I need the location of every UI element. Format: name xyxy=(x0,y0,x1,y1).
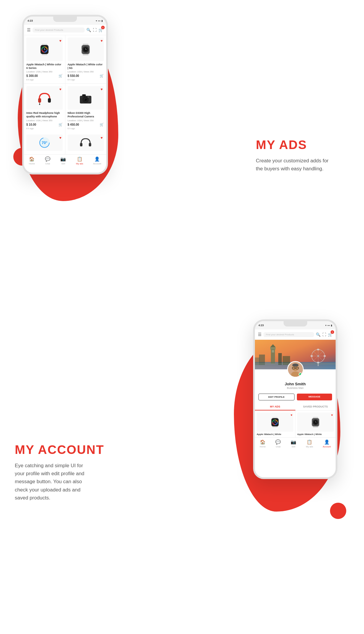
header-icons-2: 🔍 ⛶ 🛒 5 xyxy=(316,332,333,337)
nav-chat-1[interactable]: 💬 Chat xyxy=(45,156,51,165)
product-time-headphone: 6 h ago xyxy=(26,127,63,130)
myads-icon-1: 📋 xyxy=(77,156,82,162)
section-myads: 4:23 ▾ ▪▪▪ ▮ ☰ Find your desired Product… xyxy=(0,0,364,310)
account-info: John Smith Business Man xyxy=(255,380,336,391)
add-cart-watch1[interactable]: 🛒 xyxy=(59,74,63,78)
add-cart-camera[interactable]: 🛒 xyxy=(100,123,104,127)
account-icon-1: 👤 xyxy=(94,156,100,162)
svg-point-65 xyxy=(317,362,319,363)
phone-notch-1: 4:23 ▾ ▪▪▪ ▮ xyxy=(24,17,106,25)
nav-home-label-1: Home xyxy=(29,162,35,165)
mini-card-watch2[interactable]: ♥ xyxy=(295,411,336,437)
heart-icon-watch2[interactable]: ♥ xyxy=(101,39,103,43)
search-placeholder-1: Find your desired Products xyxy=(35,29,63,31)
expand-icon-1[interactable]: ⛶ xyxy=(93,28,97,32)
nav-sell-1[interactable]: 📷 Sell xyxy=(60,156,66,165)
svg-point-74 xyxy=(291,371,300,378)
tab-savedproducts[interactable]: SAVED PRODUCTS xyxy=(295,403,336,410)
svg-rect-41 xyxy=(89,143,91,146)
product-card-headphone[interactable]: ♥ xyxy=(24,84,65,132)
nav-home-2[interactable]: 🏠 Home xyxy=(260,439,266,448)
svg-point-63 xyxy=(317,349,319,350)
product-time-watch2: 6 h ago xyxy=(68,78,104,81)
product-card-thermostat[interactable]: ♥ 70° xyxy=(24,132,65,154)
sell-icon-1: 📷 xyxy=(60,156,66,162)
bottom-nav-1: 🏠 Home 💬 Chat 📷 Sell 📋 My ads xyxy=(24,154,106,166)
add-cart-headphone[interactable]: 🛒 xyxy=(59,123,63,127)
nav-account-2[interactable]: 👤 Account xyxy=(323,439,331,448)
expand-icon-2[interactable]: ⛶ xyxy=(322,332,326,337)
mini-heart-watch2[interactable]: ♥ xyxy=(331,413,333,417)
phone-mockup-2: 4:23 ▾ ▪▪▪ ▮ ☰ Find your desired Product… xyxy=(253,319,337,479)
status-time-1: 4:23 xyxy=(27,19,33,22)
nav-myads-1[interactable]: 📋 My ads xyxy=(76,156,83,165)
product-price-row-watch1: $ 300.00 🛒 xyxy=(26,74,63,78)
search-bar-1[interactable]: Find your desired Products xyxy=(33,28,85,33)
cart-count-2: 5 xyxy=(331,330,334,334)
nav-chat-label-2: Chat xyxy=(276,445,281,448)
nav-myads-label-2: My ads xyxy=(306,445,313,448)
svg-rect-18 xyxy=(81,49,82,50)
bottom-nav-2: 🏠 Home 💬 Chat 📷 Sell 📋 My ads xyxy=(255,437,336,449)
product-price-watch2: $ 550.00 xyxy=(68,74,79,77)
product-price-row-watch2: $ 550.00 🛒 xyxy=(68,74,104,78)
nav-myads-2[interactable]: 📋 My ads xyxy=(306,439,313,448)
heart-icon-headphone[interactable]: ♥ xyxy=(59,87,61,91)
svg-text:70°: 70° xyxy=(42,141,47,145)
nav-sell-2[interactable]: 📷 Sell xyxy=(291,439,296,448)
search-icon-1[interactable]: 🔍 xyxy=(86,28,91,32)
product-price-watch1: $ 300.00 xyxy=(26,74,38,77)
menu-icon-1[interactable]: ☰ xyxy=(27,28,31,32)
product-price-camera: $ 450.00 xyxy=(68,123,79,126)
battery-icon-2: ▮ xyxy=(331,324,332,327)
wifi-icon: ▾ xyxy=(96,20,97,22)
product-location-headphone: Location: USA | Views 350 xyxy=(26,119,63,122)
product-image-watch1: ♥ xyxy=(26,38,63,61)
svg-rect-40 xyxy=(80,143,82,146)
phone-notch-2: 4:23 ▾ ▪▪▪ ▮ xyxy=(255,321,336,329)
mini-card-watch1[interactable]: ♥ xyxy=(255,411,295,437)
signal-icon-2: ▪▪▪ xyxy=(327,324,330,327)
phone-mockup-1: 4:23 ▾ ▪▪▪ ▮ ☰ Find your desired Product… xyxy=(22,15,108,174)
cart-badge-1[interactable]: 🛒 5 xyxy=(98,27,103,33)
status-icons-2: ▾ ▪▪▪ ▮ xyxy=(325,324,332,327)
home-icon-1: 🏠 xyxy=(29,156,35,162)
nav-chat-2[interactable]: 💬 Chat xyxy=(275,439,281,448)
headphone2-illustration xyxy=(79,136,92,149)
product-card-watch1[interactable]: ♥ xyxy=(24,35,65,83)
product-card-headphone2[interactable]: ♥ xyxy=(65,132,106,154)
product-grid-1: ♥ xyxy=(24,35,106,132)
product-location-watch2: Location: USA | Views 350 xyxy=(68,70,104,73)
product-card-watch2[interactable]: ♥ xyxy=(65,35,106,83)
section1-text-block: MY ADS Create your customized adds forth… xyxy=(256,138,329,173)
wifi-icon-2: ▾ xyxy=(325,324,326,327)
heart-icon-camera[interactable]: ♥ xyxy=(101,87,103,91)
edit-profile-button[interactable]: EDIT PROFILE xyxy=(258,394,295,400)
tab-myads[interactable]: MY ADS xyxy=(255,403,295,410)
heart-icon-headphone2[interactable]: ♥ xyxy=(101,136,103,140)
message-button[interactable]: MESSAGE xyxy=(297,394,332,400)
menu-icon-2[interactable]: ☰ xyxy=(258,332,262,337)
product-image-watch2: ♥ xyxy=(68,38,104,61)
add-cart-watch2[interactable]: 🛒 xyxy=(100,74,104,78)
nav-home-1[interactable]: 🏠 Home xyxy=(29,156,35,165)
product-image-camera: ♥ xyxy=(68,86,104,110)
nav-account-1[interactable]: 👤 Account xyxy=(93,156,101,165)
nav-sell-label-1: Sell xyxy=(62,162,65,165)
product-image-thermostat: ♥ 70° xyxy=(26,135,63,151)
phone-frame-2: 4:23 ▾ ▪▪▪ ▮ ☰ Find your desired Product… xyxy=(253,319,337,479)
product-time-watch1: 6 h ago xyxy=(26,78,63,81)
product-image-headphone: ♥ xyxy=(26,86,63,110)
svg-rect-45 xyxy=(270,347,276,350)
sell-icon-2: 📷 xyxy=(291,439,296,445)
search-icon-2[interactable]: 🔍 xyxy=(316,332,321,337)
cart-badge-2[interactable]: 🛒 5 xyxy=(328,332,333,337)
search-bar-2[interactable]: Find your desired Products xyxy=(263,332,314,337)
product-card-camera[interactable]: ♥ xyxy=(65,84,106,132)
mini-heart-watch1[interactable]: ♥ xyxy=(291,413,292,417)
svg-rect-92 xyxy=(311,421,312,423)
heart-icon-watch1[interactable]: ♥ xyxy=(59,39,61,43)
heart-icon-thermostat[interactable]: ♥ xyxy=(59,136,61,140)
account-tabs: MY ADS SAVED PRODUCTS xyxy=(255,403,336,411)
svg-point-21 xyxy=(38,98,41,102)
